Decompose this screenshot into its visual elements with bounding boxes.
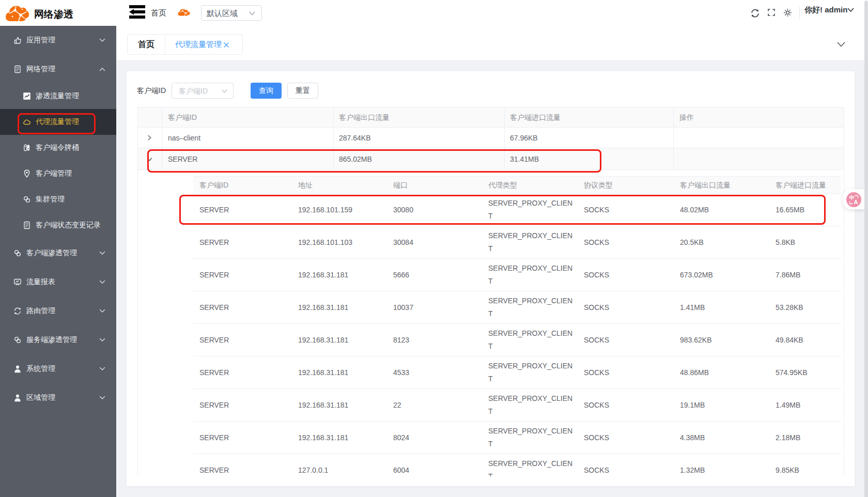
- svg-text:A: A: [854, 199, 858, 205]
